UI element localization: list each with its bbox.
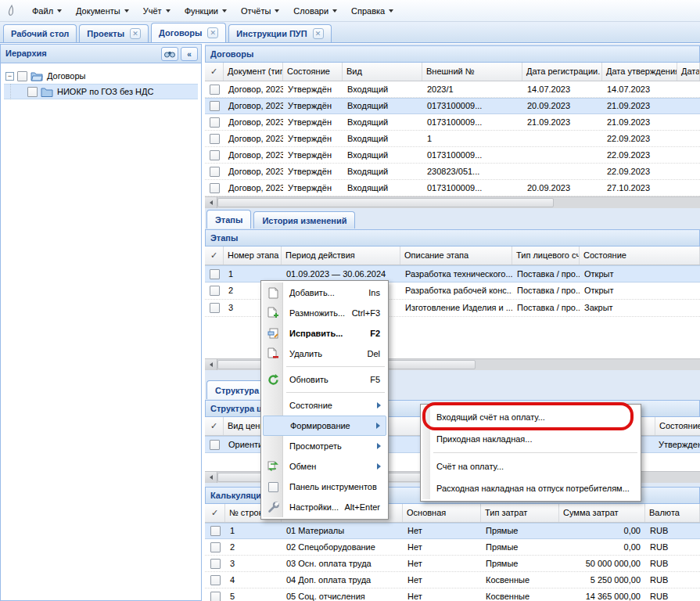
table-row[interactable]: 4 04 Доп. оплата труда Нет Косвенные 5 2… [205, 572, 700, 588]
binoculars-icon [164, 50, 175, 58]
table-row[interactable]: Договор, 2023/... Утверждён Входящий 017… [205, 114, 700, 131]
menu-item-duplicate[interactable]: Размножить... Ctrl+F3 [263, 303, 386, 323]
tree-checkbox[interactable] [17, 71, 27, 81]
stages-panel-header: Этапы [205, 229, 700, 247]
menubar: Файл Документы Учёт Функции Отчёты Слова… [0, 0, 700, 22]
menu-functions[interactable]: Функции [178, 3, 234, 19]
menu-reports[interactable]: Отчёты [234, 3, 286, 19]
scroll-left-icon[interactable] [205, 197, 217, 208]
menu-item-settings[interactable]: Настройки... Alt+Enter [263, 497, 386, 517]
menu-item-add[interactable]: Добавить... Ins [263, 283, 386, 303]
collapse-node-icon[interactable]: − [5, 72, 14, 81]
table-row-selected[interactable]: Договор, 2023/... Утверждён Входящий 017… [205, 98, 700, 114]
close-icon[interactable]: ✕ [313, 28, 324, 39]
menu-item-delete[interactable]: Удалить Del [263, 344, 386, 364]
table-row[interactable]: Договор, 2023/... Утверждён Входящий 230… [205, 164, 700, 180]
tree-node-root[interactable]: − Договоры [4, 68, 198, 84]
contracts-hscrollbar[interactable] [205, 196, 700, 208]
tab-stages[interactable]: Этапы [206, 210, 251, 229]
col-approval-date[interactable]: Дата утверждения [602, 63, 677, 81]
row-checkbox[interactable] [210, 440, 220, 450]
menu-help[interactable]: Справка [344, 3, 400, 19]
row-checkbox[interactable] [210, 559, 221, 569]
col-date[interactable]: Дата [677, 63, 700, 81]
col-registration-date[interactable]: Дата регистрации. [522, 63, 602, 81]
col-account-type[interactable]: Тип лицевого счёт [512, 247, 580, 265]
row-checkbox[interactable] [210, 286, 220, 296]
tab-desktop[interactable]: Рабочий стол [3, 24, 77, 42]
row-checkbox[interactable] [210, 134, 220, 144]
check-column-header[interactable]: ✓ [205, 417, 224, 435]
search-button[interactable] [161, 47, 178, 61]
col-period[interactable]: Период действия [282, 247, 400, 265]
tab-contracts[interactable]: Договоры✕ [151, 23, 226, 42]
row-checkbox[interactable] [210, 183, 220, 193]
table-row[interactable]: Договор, 2023/... Утверждён Входящий 202… [205, 81, 700, 98]
duplicate-document-icon [263, 307, 283, 319]
table-row[interactable]: 5 05 Соц. отчисления Нет Косвенные 14 36… [205, 588, 700, 601]
row-checkbox[interactable] [210, 592, 221, 601]
tab-change-history[interactable]: История изменений [253, 211, 355, 229]
scroll-left-icon[interactable] [205, 359, 217, 370]
check-column-header[interactable]: ✓ [205, 247, 224, 265]
submenu-item-receipt-note[interactable]: Приходная накладная... [422, 428, 639, 450]
col-main[interactable]: Основная [403, 504, 481, 522]
menu-item-toolbar[interactable]: Панель инструментов [263, 477, 386, 497]
scroll-left-icon[interactable] [205, 472, 217, 483]
row-checkbox[interactable] [210, 117, 220, 128]
submenu-item-invoice[interactable]: Счёт на оплату... [422, 455, 639, 477]
table-row[interactable]: Договор, 2023/... Утверждён Входящий 1 2… [205, 131, 700, 147]
menu-file[interactable]: Файл [25, 3, 69, 19]
submenu-item-outgoing-note[interactable]: Расходная накладная на отпуск потребител… [422, 477, 639, 499]
tree-checkbox[interactable] [27, 87, 38, 97]
col-external-number[interactable]: Внешний № [422, 63, 522, 81]
col-cost-sum[interactable]: Сумма затрат [559, 504, 645, 522]
scroll-thumb[interactable] [217, 198, 554, 207]
col-stage-description[interactable]: Описание этапа [400, 247, 512, 265]
row-checkbox[interactable] [210, 167, 220, 177]
col-state[interactable]: Состояние [580, 247, 700, 265]
row-checkbox[interactable] [210, 542, 221, 552]
refresh-icon [263, 374, 283, 386]
col-stage-number[interactable]: Номер этапа [224, 247, 282, 265]
row-checkbox[interactable] [210, 575, 221, 585]
row-checkbox[interactable] [210, 269, 220, 279]
row-checkbox[interactable] [210, 85, 220, 95]
menu-item-edit[interactable]: Исправить... F2 [263, 323, 386, 344]
row-checkbox[interactable] [210, 101, 220, 111]
check-column-header[interactable]: ✓ [205, 63, 224, 81]
close-icon[interactable]: ✕ [207, 27, 218, 38]
menu-item-exchange[interactable]: Обмен [263, 456, 386, 477]
submenu-item-incoming-invoice[interactable]: Входящий счёт на оплату... [422, 406, 639, 428]
col-document[interactable]: Документ (тип, № [224, 63, 283, 81]
table-row[interactable]: 2 02 Спецоборудование Нет Прямые 0,00 RU… [205, 539, 700, 556]
col-currency[interactable]: Валюта [645, 504, 700, 522]
dropdown-caret-icon [57, 9, 62, 13]
menu-item-formation[interactable]: Формирование [263, 416, 386, 436]
collapse-panel-button[interactable]: « [181, 47, 198, 61]
row-checkbox[interactable] [210, 150, 220, 160]
col-state[interactable]: Состояние [655, 417, 700, 435]
open-folder-icon [31, 71, 43, 81]
table-row[interactable]: Договор, 2023/... Утверждён Входящий 017… [205, 180, 700, 196]
menu-accounting[interactable]: Учёт [136, 3, 178, 19]
table-row-selected[interactable]: 1 01 Материалы Нет Прямые 0,00 RUB [205, 523, 700, 539]
tree-node-child[interactable]: НИОКР по ГОЗ без НДС [4, 84, 198, 99]
col-state[interactable]: Состояние [283, 63, 343, 81]
tab-projects[interactable]: Проекты✕ [79, 24, 149, 42]
table-row[interactable]: 3 03 Осн. оплата труда Нет Прямые 50 000… [205, 556, 700, 572]
menu-item-view[interactable]: Просмотреть [263, 436, 386, 456]
close-icon[interactable]: ✕ [130, 28, 141, 39]
col-cost-type[interactable]: Тип затрат [481, 504, 559, 522]
tab-instructions[interactable]: Инструкции ПУП✕ [228, 24, 331, 42]
row-checkbox[interactable] [210, 526, 221, 536]
table-row[interactable]: Договор, 2023/... Утверждён Входящий 017… [205, 147, 700, 164]
menu-item-refresh[interactable]: Обновить F5 [263, 369, 386, 390]
col-kind[interactable]: Вид [343, 63, 422, 81]
menu-documents[interactable]: Документы [69, 3, 136, 19]
menu-item-state[interactable]: Состояние [263, 395, 386, 416]
menu-dictionaries[interactable]: Словари [286, 3, 344, 19]
check-column-header[interactable]: ✓ [205, 504, 225, 522]
row-checkbox[interactable] [210, 303, 220, 313]
dropdown-caret-icon [275, 9, 279, 13]
